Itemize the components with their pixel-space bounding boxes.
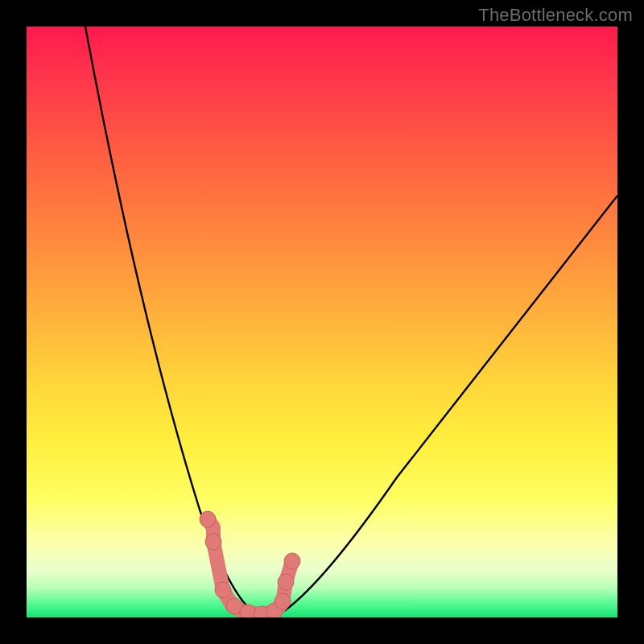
marker-dot (200, 511, 216, 527)
marker-dot (278, 574, 294, 590)
marker-dot (284, 553, 300, 569)
marker-dot (215, 582, 231, 598)
chart-frame: TheBottleneck.com (0, 0, 644, 644)
curve-layer (27, 27, 617, 617)
marker-dot (275, 593, 291, 609)
plot-area (27, 27, 617, 617)
bottleneck-curve (85, 27, 617, 615)
watermark-text: TheBottleneck.com (478, 5, 633, 26)
marker-dot (205, 534, 221, 550)
